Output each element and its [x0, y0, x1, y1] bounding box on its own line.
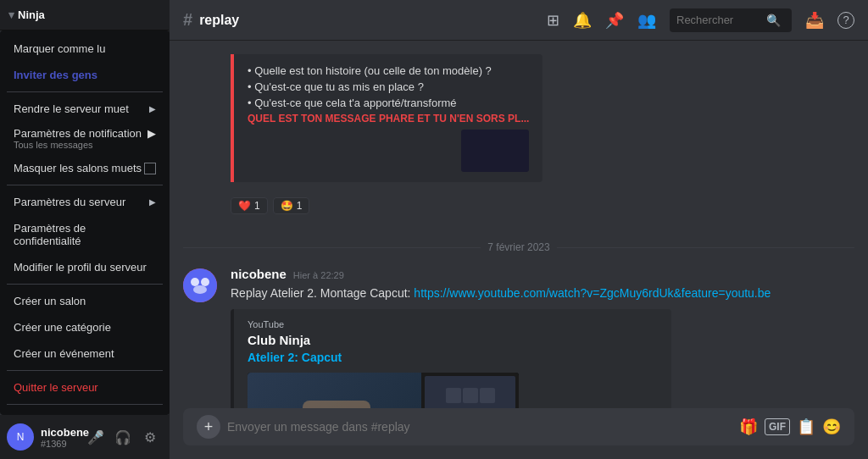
menu-item-creer-salon[interactable]: Créer un salon	[0, 288, 170, 314]
reactions: ❤️ 1 🤩 1	[231, 197, 854, 214]
nicobene-avatar[interactable]	[183, 268, 217, 302]
partial-highlight: QUEL EST TON MESSAGE PHARE ET TU N'EN SO…	[248, 113, 529, 124]
right-panels	[421, 373, 519, 408]
partial-line-3: • Qu'est-ce que cela t'a apporté/transfo…	[248, 97, 529, 109]
mic-button[interactable]: 🎤	[84, 425, 108, 449]
menu-item-modifier-profil[interactable]: Modifier le profil du serveur	[0, 254, 170, 280]
reaction-star-count: 1	[297, 200, 303, 212]
add-attachment-button[interactable]: +	[197, 415, 220, 439]
date-divider-text: 7 février 2023	[487, 241, 549, 253]
server-expand-icon: ▾	[8, 8, 14, 21]
menu-item-muet[interactable]: Rendre le serveur muet ▶	[0, 96, 170, 122]
gift-icon[interactable]: 🎁	[739, 418, 758, 436]
hashtag-icon[interactable]: ⊞	[547, 11, 559, 30]
menu-divider-1	[7, 91, 163, 92]
svg-text:N: N	[17, 431, 25, 443]
menu-item-param-serveur[interactable]: Paramètres du serveur ▶	[0, 189, 170, 215]
youtube-embed: YouTube Club Ninja Atelier 2: Capcut	[231, 309, 671, 408]
embed-subtitle: Atelier 2: Capcut	[248, 351, 658, 364]
embed-provider: YouTube	[248, 319, 658, 329]
date-divider: 7 février 2023	[183, 241, 854, 253]
svg-point-5	[193, 285, 207, 294]
message-link[interactable]: https://www.youtube.com/watch?v=ZgcMuy6r…	[414, 286, 771, 300]
menu-item-masquer[interactable]: Masquer les salons muets	[0, 155, 170, 181]
people-icon[interactable]: 👥	[637, 11, 656, 30]
partial-line-1: • Quelle est ton histoire (ou celle de t…	[248, 64, 529, 77]
message-input[interactable]	[227, 410, 732, 444]
settings-button[interactable]: ⚙	[138, 425, 162, 449]
checkbox-icon	[144, 163, 156, 174]
help-icon[interactable]: ?	[837, 12, 854, 29]
menu-divider-5	[7, 404, 163, 405]
user-name: nicobene	[41, 426, 77, 439]
context-menu: Marquer comme lu Inviter des gens Rendre…	[0, 30, 170, 415]
menu-item-inviter[interactable]: Inviter des gens	[0, 62, 170, 88]
messages-area: • Quelle est ton histoire (ou celle de t…	[170, 41, 868, 408]
message-group-nicobene: nicobene Hier à 22:29 Replay Atelier 2. …	[183, 267, 854, 408]
channel-header: # replay ⊞ 🔔 📌 👥 🔍 📥 ?	[170, 0, 868, 41]
partial-thumbnail	[461, 130, 529, 172]
user-info: nicobene #1369	[41, 426, 77, 449]
header-icons: ⊞ 🔔 📌 👥 🔍 📥 ?	[547, 8, 854, 32]
sticker-icon[interactable]: 📋	[797, 418, 815, 436]
partial-avatar-spacer	[183, 54, 217, 182]
thumb-1	[446, 388, 461, 403]
thumb-2	[463, 388, 478, 403]
menu-item-notif[interactable]: Paramètres de notification ▶ Tous les me…	[0, 122, 170, 155]
reaction-heart-count: 1	[254, 200, 260, 212]
server-name: Ninja	[18, 8, 45, 21]
pin-icon[interactable]: 📌	[605, 11, 624, 30]
reactions-area: ❤️ 1 🤩 1	[231, 192, 854, 214]
menu-item-creer-cat[interactable]: Créer une catégorie	[0, 314, 170, 340]
arrow-icon: ▶	[149, 104, 156, 113]
menu-divider-4	[7, 370, 163, 371]
bell-icon[interactable]: 🔔	[573, 11, 592, 30]
nicobene-message-content: nicobene Hier à 22:29 Replay Atelier 2. …	[231, 267, 854, 408]
input-actions: 🎁 GIF 📋 😊	[739, 418, 841, 436]
main-content: # replay ⊞ 🔔 📌 👥 🔍 📥 ? • Quelle est ton …	[170, 0, 868, 459]
reaction-star-eyes[interactable]: 🤩 1	[273, 197, 310, 214]
reaction-heart[interactable]: ❤️ 1	[231, 197, 268, 214]
notif-sub: Tous les messages	[14, 140, 156, 150]
user-tag: #1369	[41, 439, 77, 449]
channel-name: replay	[199, 13, 239, 28]
message-input-area: + 🎁 GIF 📋 😊	[170, 408, 868, 459]
video-left-panel	[248, 373, 426, 408]
menu-item-param-conf[interactable]: Paramètres de confidentialité	[0, 215, 170, 254]
video-inner: ▶	[248, 373, 519, 408]
message-timestamp: Hier à 22:29	[293, 270, 344, 280]
user-avatar: N	[7, 423, 34, 451]
search-icon: 🔍	[766, 14, 781, 27]
menu-divider-3	[7, 284, 163, 285]
menu-divider-2	[7, 185, 163, 185]
gif-button[interactable]: GIF	[765, 418, 790, 435]
video-thumbnail[interactable]: ▶	[248, 373, 519, 408]
headset-button[interactable]: 🎧	[111, 425, 135, 449]
menu-item-quitter[interactable]: Quitter le serveur	[0, 374, 170, 401]
inbox-icon[interactable]: 📥	[805, 11, 824, 30]
sidebar: ▾ Ninja Marquer comme lu Inviter des gen…	[0, 0, 170, 459]
channel-hash-icon: #	[183, 10, 192, 30]
thumb-3	[480, 388, 495, 403]
search-input[interactable]	[676, 14, 761, 26]
partial-message-group: • Quelle est ton histoire (ou celle de t…	[183, 54, 854, 182]
menu-item-creer-event[interactable]: Créer un événement	[0, 340, 170, 367]
user-bar: N nicobene #1369 🎤 🎧 ⚙	[0, 415, 169, 459]
svg-point-4	[201, 278, 209, 286]
arrow-icon-2: ▶	[147, 127, 156, 140]
partial-embed: • Quelle est ton histoire (ou celle de t…	[231, 54, 542, 182]
user-actions: 🎤 🎧 ⚙	[84, 425, 162, 449]
svg-point-3	[191, 278, 199, 286]
sidebar-header: ▾ Ninja	[0, 0, 169, 30]
menu-item-copier[interactable]: Copier l'identifiant ID	[0, 408, 170, 415]
embed-title: Club Ninja	[248, 333, 658, 347]
message-author: nicobene	[231, 267, 287, 281]
emoji-icon[interactable]: 😊	[822, 418, 841, 436]
message-header: nicobene Hier à 22:29	[231, 267, 854, 281]
partial-line-2: • Qu'est-ce que tu as mis en place ?	[248, 80, 529, 93]
menu-item-marquer[interactable]: Marquer comme lu	[0, 36, 170, 62]
search-bar[interactable]: 🔍	[670, 8, 792, 32]
avatar-icon	[183, 268, 217, 302]
message-text: Replay Atelier 2. Montage Capcut: https:…	[231, 285, 854, 302]
discord-avatar-icon: N	[12, 429, 29, 445]
